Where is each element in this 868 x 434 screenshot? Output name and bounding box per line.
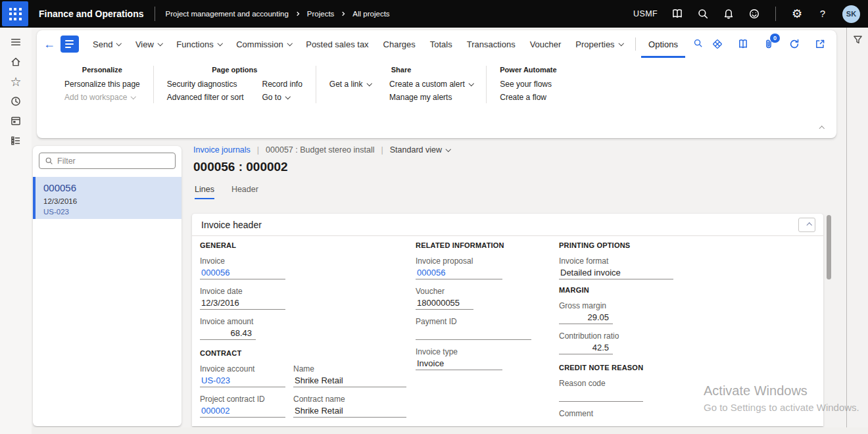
gross-margin-input[interactable]: 29.05 [559, 311, 613, 324]
breadcrumb-section[interactable]: Projects [307, 10, 335, 18]
advanced-filter-or-sort-button[interactable]: Advanced filter or sort [167, 91, 244, 103]
action-search-icon[interactable] [693, 38, 703, 51]
invoice-journals-link[interactable]: Invoice journals [193, 145, 251, 155]
get-a-link-button[interactable]: Get a link [329, 78, 371, 90]
tab-properties[interactable]: Properties [568, 30, 630, 58]
filter-funnel-icon[interactable] [852, 34, 863, 45]
attachments-paperclip-icon[interactable]: 0 [763, 38, 775, 50]
tab-charges[interactable]: Charges [376, 30, 423, 58]
action-pane-tabs: Send View Functions Commission Posted sa… [85, 30, 685, 58]
recent-clock-icon[interactable] [8, 93, 24, 109]
tab-voucher[interactable]: Voucher [523, 30, 569, 58]
notifications-bell-icon[interactable] [723, 8, 735, 20]
action-pane-groups: Personalize Personalize this page Add to… [37, 58, 836, 103]
field-invoice-amount: Invoice amount 68.43 [200, 316, 412, 340]
tab-transactions[interactable]: Transactions [460, 30, 523, 58]
see-your-flows-button[interactable]: See your flows [500, 78, 552, 90]
tab-options[interactable]: Options [641, 30, 685, 58]
collapse-action-pane-chevron-icon[interactable] [815, 120, 824, 132]
tab-view[interactable]: View [128, 30, 169, 58]
add-to-workspace-button[interactable]: Add to workspace [64, 91, 140, 103]
vertical-scrollbar-thumb[interactable] [827, 215, 831, 279]
feedback-smiley-icon[interactable] [748, 8, 760, 20]
invoice-amount-input[interactable]: 68.43 [200, 327, 256, 340]
personalize-this-page-button[interactable]: Personalize this page [64, 78, 140, 90]
search-icon [45, 157, 53, 165]
page-title: 000056 : 000002 [193, 160, 288, 174]
refresh-icon[interactable] [788, 38, 800, 50]
contribution-ratio-input[interactable]: 42.5 [559, 341, 613, 354]
power-apps-icon[interactable] [711, 38, 723, 50]
page-breadcrumb: Invoice journals | 000057 : Budget stere… [193, 145, 450, 155]
chevron-down-icon [218, 41, 223, 46]
reason-code-input[interactable] [559, 389, 643, 402]
task-recorder-book-icon[interactable] [737, 38, 749, 50]
group-personalize: Personalize Personalize this page Add to… [51, 66, 153, 103]
copilot-icon[interactable] [671, 8, 683, 20]
help-icon[interactable]: ? [817, 8, 829, 20]
project-contract-id-link[interactable]: 000002 [200, 404, 285, 418]
create-custom-alert-button[interactable]: Create a custom alert [389, 78, 473, 90]
tab-functions[interactable]: Functions [169, 30, 229, 58]
back-arrow-icon[interactable]: ← [43, 37, 60, 51]
tab-lines[interactable]: Lines [195, 185, 214, 199]
chevron-down-icon [469, 81, 474, 86]
go-to-button[interactable]: Go to [262, 91, 302, 103]
settings-gear-icon[interactable]: ⚙ [791, 8, 803, 20]
invoice-proposal-link[interactable]: 000056 [416, 266, 502, 279]
search-icon[interactable] [697, 8, 709, 20]
invoice-type-input[interactable]: Invoice [416, 357, 502, 370]
favorites-star-icon[interactable]: ☆ [8, 74, 24, 89]
field-comment: Comment [559, 408, 705, 426]
breadcrumb-page[interactable]: All projects [352, 10, 389, 18]
voucher-input[interactable]: 180000055 [416, 297, 473, 310]
company-selector[interactable]: USMF [633, 9, 658, 18]
invoice-date-input[interactable]: 12/3/2016 [200, 297, 285, 310]
home-icon[interactable] [8, 54, 24, 70]
user-avatar[interactable]: SK [842, 5, 860, 23]
tab-posted-sales-tax[interactable]: Posted sales tax [299, 30, 375, 58]
hamburger-menu-icon[interactable] [8, 34, 24, 50]
section-heading-contract: CONTRACT [200, 349, 412, 360]
action-pane-menu-button[interactable] [60, 36, 79, 53]
comment-input[interactable] [559, 419, 673, 426]
field-contribution-ratio: Contribution ratio 42.5 [559, 331, 705, 354]
chevron-down-icon [287, 41, 293, 46]
field-reason-code: Reason code [559, 378, 705, 402]
module-breadcrumb: Project management and accounting Projec… [165, 10, 389, 18]
app-launcher-waffle-icon[interactable] [2, 1, 28, 26]
group-share: Share Get a link Create a custom alert M… [316, 66, 486, 103]
field-invoice-format: Invoice format Detailed invoice [559, 256, 705, 279]
open-in-new-window-icon[interactable] [814, 38, 826, 50]
section-heading-printing-options: PRINTING OPTIONS [559, 241, 705, 252]
field-payment-id: Payment ID [416, 316, 555, 340]
action-pane-tab-row: ← Send View Functions Commission Posted … [37, 30, 836, 58]
contract-name-input[interactable]: Shrike Retail [293, 404, 406, 418]
group-page-options: Page options Security diagnostics Advanc… [153, 66, 316, 103]
tab-totals[interactable]: Totals [423, 30, 460, 58]
name-input[interactable]: Shrike Retail [293, 374, 406, 387]
security-diagnostics-button[interactable]: Security diagnostics [167, 78, 244, 90]
field-gross-margin: Gross margin 29.05 [559, 301, 705, 324]
list-filter-box [39, 153, 176, 169]
invoice-account-link[interactable]: US-023 [200, 374, 285, 387]
list-item-selected[interactable]: 000056 12/3/2016 US-023 [33, 177, 181, 219]
modules-list-icon[interactable] [8, 133, 24, 149]
record-info-button[interactable]: Record info [262, 78, 302, 90]
horizontal-scrollbar-track[interactable] [32, 427, 868, 434]
tab-header[interactable]: Header [231, 185, 258, 199]
section-heading-general: GENERAL [200, 241, 412, 252]
collapse-panel-button[interactable] [798, 218, 815, 232]
breadcrumb-module[interactable]: Project management and accounting [165, 10, 288, 18]
filter-input[interactable] [57, 157, 170, 166]
manage-my-alerts-button[interactable]: Manage my alerts [389, 91, 473, 103]
create-a-flow-button[interactable]: Create a flow [500, 91, 552, 103]
payment-id-input[interactable] [416, 327, 531, 340]
workspaces-icon[interactable] [8, 113, 24, 129]
tab-send[interactable]: Send [85, 30, 128, 58]
tab-commission[interactable]: Commission [229, 30, 299, 58]
view-selector[interactable]: Standard view [390, 145, 450, 155]
panel-title: Invoice header [201, 220, 262, 230]
invoice-value-link[interactable]: 000056 [200, 266, 285, 279]
invoice-format-input[interactable]: Detailed invoice [559, 266, 673, 279]
